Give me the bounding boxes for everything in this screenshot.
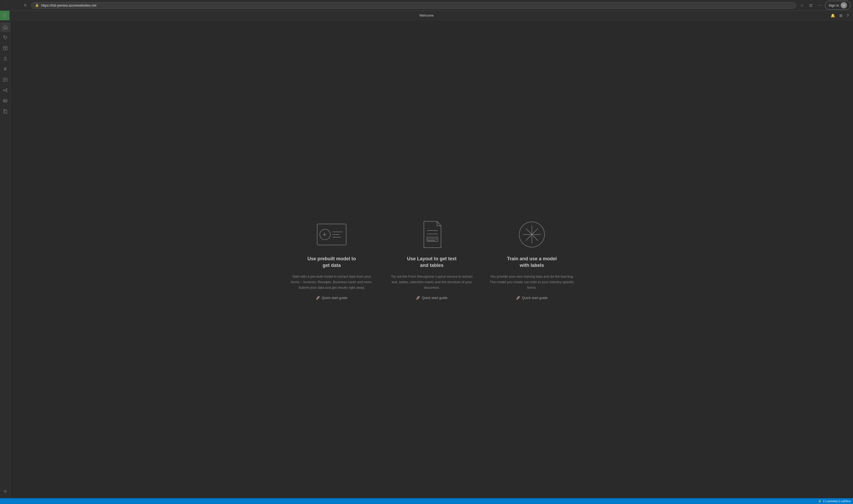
sidebar-item-model[interactable]: [1, 65, 10, 74]
svg-rect-19: [4, 110, 7, 113]
sidebar-item-connections[interactable]: [1, 86, 10, 95]
status-icon: ⚡: [818, 500, 822, 503]
app-bar-right: 🔔 ⊞ ?: [830, 13, 850, 18]
lock-icon: 🔒: [35, 3, 39, 7]
app-logo: [0, 11, 10, 20]
svg-rect-21: [317, 224, 346, 245]
rocket-icon-3: 🚀: [516, 296, 520, 300]
svg-point-20: [4, 491, 6, 492]
rocket-icon: 🚀: [316, 296, 320, 300]
card-layout: Use Layout to get text and tables Try ou…: [389, 219, 474, 300]
grid-button[interactable]: ⊞: [838, 13, 843, 18]
more-button[interactable]: ⋯: [816, 2, 823, 9]
sidebar-item-home[interactable]: [1, 22, 10, 32]
browser-actions: ☆ ⊡ ⋯ Sign in U: [798, 1, 850, 10]
sidebar-bottom: [1, 487, 10, 496]
notification-button[interactable]: 🔔: [830, 13, 836, 18]
app-logo-container: [0, 11, 10, 20]
sidebar-item-train[interactable]: [1, 54, 10, 64]
avatar: U: [841, 2, 847, 8]
card-layout-icon: [413, 219, 450, 250]
svg-point-15: [4, 100, 5, 101]
card-layout-title: Use Layout to get text and tables: [407, 255, 456, 269]
card-prebuilt-description: Start with a pre-built model to extract …: [290, 274, 374, 290]
sidebar-item-compose[interactable]: [1, 107, 10, 116]
url-text: https://fott-peview.azurewebsites.net: [41, 3, 792, 7]
browser-icon-button[interactable]: ⊡: [807, 2, 815, 9]
address-bar[interactable]: 🔒 https://fott-peview.azurewebsites.net: [31, 2, 796, 9]
status-version: ⚡ 2.1-preview.1-ca59ce: [818, 500, 850, 503]
sign-in-label: Sign in: [829, 3, 839, 7]
main-layout: Use prebuilt model to get data Start wit…: [0, 20, 853, 498]
cards-container: Use prebuilt model to get data Start wit…: [279, 208, 585, 310]
card-prebuilt-title: Use prebuilt model to get data: [308, 255, 356, 269]
help-button[interactable]: ?: [846, 13, 850, 18]
card-train-description: You provide your own training data and d…: [490, 274, 574, 290]
card-prebuilt-quick-start[interactable]: 🚀 Quick start guide: [316, 296, 347, 300]
card-prebuilt-icon: [313, 219, 350, 250]
svg-point-5: [4, 68, 6, 71]
sidebar-item-tag[interactable]: [1, 33, 10, 42]
version-text: 2.1-preview.1-ca59ce: [823, 500, 850, 503]
svg-point-4: [4, 57, 6, 59]
card-layout-quick-start-label: Quick start guide: [422, 296, 448, 300]
card-prebuilt: Use prebuilt model to get data Start wit…: [290, 219, 374, 300]
forward-button[interactable]: →: [12, 2, 19, 9]
card-train-icon: [513, 219, 550, 250]
refresh-button[interactable]: ↻: [22, 2, 29, 9]
sidebar: [0, 20, 11, 498]
card-layout-description: Try out the Form Recognizer Layout servi…: [389, 274, 474, 290]
card-train-quick-start[interactable]: 🚀 Quick start guide: [516, 296, 548, 300]
card-layout-quick-start[interactable]: 🚀 Quick start guide: [416, 296, 448, 300]
svg-point-9: [3, 90, 4, 91]
browser-top-bar: ← → ↻ 🔒 https://fott-peview.azurewebsite…: [0, 0, 853, 11]
svg-point-11: [6, 91, 7, 92]
sidebar-item-layout[interactable]: [1, 43, 10, 53]
svg-point-0: [4, 37, 5, 37]
sign-in-button[interactable]: Sign in U: [825, 1, 850, 10]
content-area: Use prebuilt model to get data Start wit…: [11, 20, 853, 498]
card-train: Train and use a model with labels You pr…: [490, 219, 574, 300]
rocket-icon-2: 🚀: [416, 296, 420, 300]
favorites-button[interactable]: ☆: [798, 2, 805, 9]
svg-rect-6: [3, 78, 7, 81]
svg-point-10: [6, 89, 7, 90]
sidebar-item-settings[interactable]: [1, 487, 10, 496]
status-bar: ⚡ 2.1-preview.1-ca59ce: [0, 498, 853, 504]
card-train-quick-start-label: Quick start guide: [522, 296, 548, 300]
app-title: Welcome: [419, 14, 434, 17]
card-prebuilt-quick-start-label: Quick start guide: [321, 296, 347, 300]
app-bar: Welcome 🔔 ⊞ ?: [0, 11, 853, 20]
svg-line-12: [4, 89, 6, 90]
card-train-title: Train and use a model with labels: [507, 255, 557, 269]
back-button[interactable]: ←: [3, 2, 10, 9]
svg-line-13: [4, 90, 6, 91]
sidebar-item-analyze[interactable]: [1, 75, 10, 85]
browser-chrome: ← → ↻ 🔒 https://fott-peview.azurewebsite…: [0, 0, 853, 11]
sidebar-item-prebuilt[interactable]: [1, 96, 10, 106]
